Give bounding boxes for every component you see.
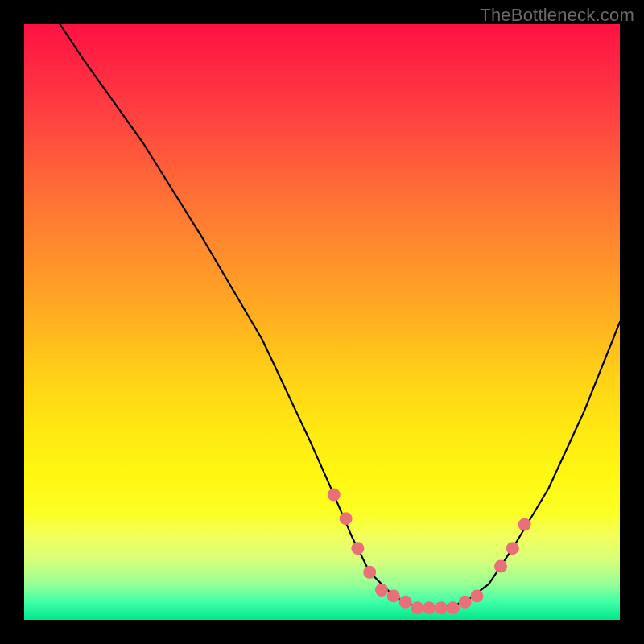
curve-marker [423,601,436,614]
plot-area [24,24,620,620]
bottleneck-curve-svg [24,24,620,620]
curve-marker [411,601,423,614]
curve-marker [518,518,531,531]
curve-marker [340,512,353,525]
curve-marker [328,489,341,502]
chart-stage: TheBottleneck.com [0,0,644,644]
curve-marker [399,596,412,609]
curve-marker [351,542,364,555]
credit-label: TheBottleneck.com [480,5,634,26]
curve-marker [506,542,519,555]
curve-marker [435,601,448,614]
curve-marker [447,601,460,614]
curve-marker [363,566,376,579]
curve-marker [494,559,507,572]
curve-marker [375,584,388,597]
curve-markers [328,489,531,615]
curve-marker [387,589,400,602]
curve-marker [470,589,483,602]
curve-marker [459,596,472,609]
